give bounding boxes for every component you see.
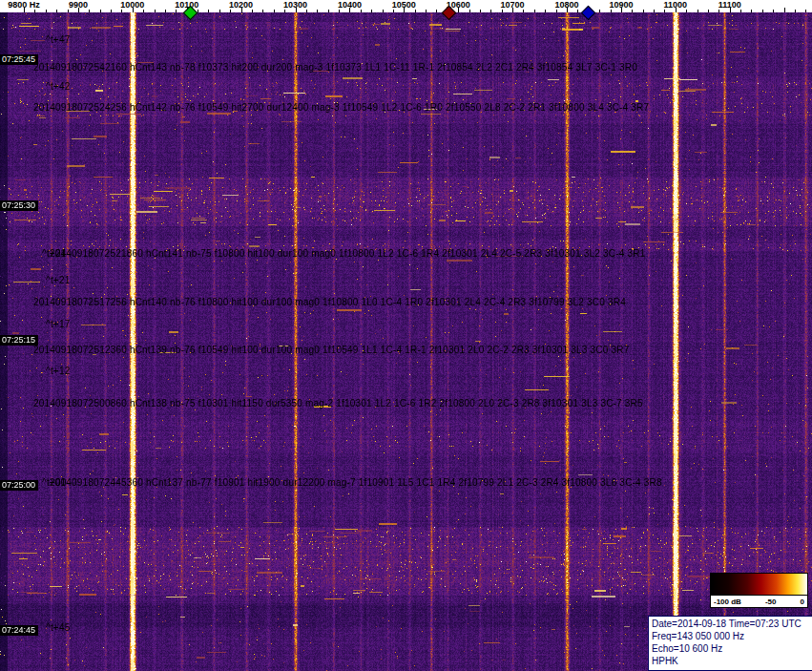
detection-record-line: 20140918072500860 hCnt138 nb-75 f10301 h… xyxy=(33,399,643,409)
info-frequency: Freq=143 050 000 Hz xyxy=(652,630,812,642)
freq-minor-tick xyxy=(805,10,806,12)
freq-minor-tick xyxy=(523,10,524,12)
time-offset-marker: ^t+42 xyxy=(46,82,70,92)
freq-minor-tick xyxy=(577,10,578,12)
status-info-box: Date=2014-09-18 Time=07:23 UTC Freq=143 … xyxy=(648,616,812,671)
time-offset-marker: ^t+21 xyxy=(46,276,70,285)
detection-record-line: 20140918072524256 hCnt142 nb-76 f10549 h… xyxy=(33,103,649,113)
freq-minor-tick xyxy=(415,10,416,12)
freq-major-tick xyxy=(241,8,242,12)
freq-minor-tick xyxy=(56,10,57,12)
time-offset-marker: ^t+47 xyxy=(46,35,70,45)
freq-minor-tick xyxy=(328,10,329,12)
detection-record-line: 20140918072512360 hCnt139 nb-76 f10549 h… xyxy=(33,346,629,355)
detection-record-line: 20140918072542160 hCnt143 nb-78 f10373 h… xyxy=(33,63,637,73)
freq-minor-tick xyxy=(469,10,470,12)
freq-minor-tick xyxy=(252,10,253,12)
freq-minor-tick xyxy=(611,10,612,12)
freq-major-tick xyxy=(621,8,622,12)
freq-minor-tick xyxy=(262,10,263,12)
time-tick-label: 07:24:45 xyxy=(0,625,38,636)
freq-minor-tick xyxy=(230,10,231,12)
freq-minor-tick xyxy=(490,10,491,12)
freq-minor-tick xyxy=(436,10,437,12)
time-tick-label: 07:25:00 xyxy=(0,480,38,491)
freq-minor-tick xyxy=(274,10,275,12)
freq-minor-tick xyxy=(208,10,209,12)
freq-minor-tick xyxy=(111,10,112,12)
freq-minor-tick xyxy=(534,10,535,12)
freq-minor-tick xyxy=(306,10,307,12)
freq-minor-tick xyxy=(686,10,687,12)
time-tick-label: 07:25:15 xyxy=(0,335,38,346)
freq-minor-tick xyxy=(556,10,557,12)
freq-major-tick xyxy=(567,8,568,12)
freq-minor-tick xyxy=(697,10,698,12)
freq-minor-tick xyxy=(100,10,101,12)
spectrogram-canvas[interactable] xyxy=(0,0,812,671)
freq-minor-tick xyxy=(121,10,122,12)
freq-minor-tick xyxy=(740,10,741,12)
time-tick-label: 07:25:45 xyxy=(0,54,38,65)
freq-minor-tick xyxy=(393,10,394,12)
freq-major-tick xyxy=(458,8,459,12)
freq-major-tick xyxy=(784,8,785,12)
detection-record-line: 20140918072521860 hCnt141 nb-75 f10800 h… xyxy=(50,249,645,259)
freq-minor-tick xyxy=(317,10,318,12)
freq-minor-tick xyxy=(718,10,719,12)
freq-minor-tick xyxy=(219,10,220,12)
freq-minor-tick xyxy=(284,10,285,12)
freq-minor-tick xyxy=(502,10,503,12)
freq-major-tick xyxy=(512,8,513,12)
freq-minor-tick xyxy=(89,10,90,12)
frequency-axis: 9800 Hz990010000101001020010300104001050… xyxy=(0,0,812,12)
freq-major-tick xyxy=(676,8,677,12)
freq-minor-tick xyxy=(762,10,763,12)
freq-major-tick xyxy=(24,8,25,12)
time-offset-marker: ^t+12 xyxy=(46,367,70,376)
freq-major-tick xyxy=(404,8,405,12)
freq-minor-tick xyxy=(773,10,774,12)
color-scale-legend: -100 dB -50 0 xyxy=(710,573,808,608)
freq-major-tick xyxy=(133,8,134,12)
freq-minor-tick xyxy=(480,10,481,12)
freq-minor-tick xyxy=(143,10,144,12)
freq-minor-tick xyxy=(371,10,372,12)
freq-minor-tick xyxy=(383,10,384,12)
legend-labels-row: -100 dB -50 0 xyxy=(711,596,807,607)
freq-minor-tick xyxy=(68,10,69,12)
info-date-time: Date=2014-09-18 Time=07:23 UTC xyxy=(652,618,812,630)
freq-minor-tick xyxy=(339,10,340,12)
freq-minor-tick xyxy=(632,10,633,12)
detection-record-line: 20140918072517256 hCnt140 nb-76 f10800 h… xyxy=(33,298,626,307)
freq-major-tick xyxy=(78,8,79,12)
freq-minor-tick xyxy=(795,10,796,12)
freq-minor-tick xyxy=(708,10,709,12)
freq-minor-tick xyxy=(751,10,752,12)
legend-mid-label: -50 xyxy=(765,598,777,606)
spectrogram-app: 9800 Hz990010000101001020010300104001050… xyxy=(0,0,812,671)
time-offset-marker: ^t+45 xyxy=(46,623,70,633)
info-echo-frequency: Echo=10 600 Hz xyxy=(652,642,812,655)
freq-minor-tick xyxy=(46,10,47,12)
legend-min-label: -100 dB xyxy=(714,598,741,606)
freq-minor-tick xyxy=(643,10,644,12)
freq-minor-tick xyxy=(426,10,427,12)
info-station-id: HPHK xyxy=(652,655,812,667)
color-gradient-bar xyxy=(711,574,807,596)
time-offset-marker: ^t+17 xyxy=(46,320,70,329)
freq-minor-tick xyxy=(545,10,546,12)
freq-minor-tick xyxy=(654,10,655,12)
freq-minor-tick xyxy=(599,10,600,12)
freq-minor-tick xyxy=(176,10,177,12)
time-tick-label: 07:25:30 xyxy=(0,200,38,211)
freq-major-tick xyxy=(296,8,297,12)
freq-minor-tick xyxy=(34,10,35,12)
detection-record-line: 20140918072445360 hCnt137 nb-77 f10901 h… xyxy=(50,478,662,488)
legend-max-label: 0 xyxy=(801,598,804,606)
freq-minor-tick xyxy=(165,10,166,12)
freq-major-tick xyxy=(730,8,731,12)
freq-major-tick xyxy=(349,8,350,12)
freq-minor-tick xyxy=(664,10,665,12)
freq-minor-tick xyxy=(361,10,362,12)
